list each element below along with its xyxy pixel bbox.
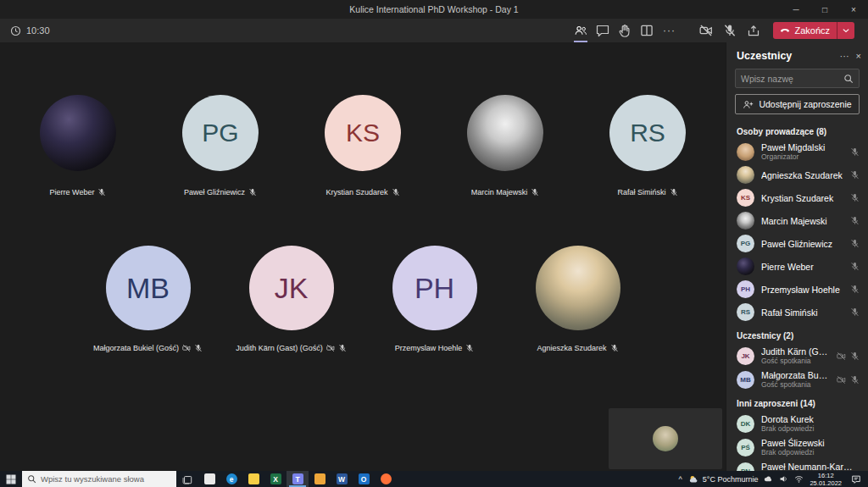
participant-avatar <box>467 95 543 171</box>
chat-button[interactable] <box>592 19 614 42</box>
edge-browser-icon[interactable]: e <box>220 471 242 487</box>
participant-name: Paweł Ślizewski <box>761 438 853 448</box>
start-button[interactable] <box>0 471 22 487</box>
self-view-tile[interactable] <box>609 408 722 469</box>
maximize-button[interactable]: □ <box>810 0 839 19</box>
participant-name: Agnieszka Szudarek <box>761 170 843 180</box>
participant-list-item[interactable]: KSKrystian Szudarek <box>726 186 868 209</box>
participant-tile[interactable]: JKJudith Kärn (Gast) (Gość) <box>220 246 363 352</box>
participant-name: Rafał Simiński <box>617 188 665 196</box>
close-button[interactable]: × <box>839 0 868 19</box>
participant-avatar: KS <box>325 95 401 171</box>
mic-off-icon <box>850 307 860 317</box>
participant-name-row: Pierre Weber <box>50 188 107 196</box>
volume-icon[interactable] <box>779 474 788 484</box>
meeting-stage: Pierre WeberPGPaweł GliźniewiczKSKrystia… <box>0 42 726 471</box>
participant-list-item[interactable]: RSRafał Simiński <box>726 301 868 324</box>
weather-text: 5°C Pochmurnie <box>703 475 759 484</box>
participant-subtitle: Organizator <box>761 152 843 161</box>
breakout-rooms-button[interactable] <box>636 19 658 42</box>
outlook-icon[interactable]: O <box>353 471 375 487</box>
action-center-icon[interactable] <box>848 474 865 484</box>
task-view-button[interactable] <box>176 471 198 487</box>
folder-icon[interactable] <box>309 471 331 487</box>
participant-status-icons <box>850 262 860 271</box>
mic-off-icon <box>338 344 347 352</box>
mic-off-icon <box>850 147 860 157</box>
participant-tile[interactable]: PHPrzemyslaw Hoehle <box>363 246 506 352</box>
participants-search[interactable] <box>735 69 860 88</box>
panel-close-icon[interactable]: × <box>856 52 861 61</box>
participant-avatar: MB <box>106 246 191 330</box>
participant-list-item[interactable]: PNPaweł Neumann-KarpińskiBrak odpowiedzi <box>726 459 868 471</box>
participant-list-item[interactable]: MBMałgorzata Bukiel (Gość)Gość spotkania <box>726 368 868 391</box>
mic-off-icon <box>850 216 860 225</box>
participant-tile[interactable]: Pierre Weber <box>7 95 149 196</box>
participant-info: Paweł Neumann-KarpińskiBrak odpowiedzi <box>761 462 853 471</box>
av-controls-group: Zakończ <box>695 19 854 42</box>
share-invitation-button[interactable]: Udostępnij zaproszenie <box>735 94 860 114</box>
share-invite-icon <box>743 100 754 109</box>
participant-info: Paweł MigdalskiOrganizator <box>761 142 843 161</box>
participant-avatar: JK <box>737 347 754 365</box>
minimize-button[interactable]: ─ <box>782 0 810 19</box>
mail-app-icon[interactable] <box>198 471 220 487</box>
participant-status-icons <box>837 375 860 385</box>
participant-list-item[interactable]: JKJudith Kärn (Gast) (Gość)Gość spotkani… <box>726 344 868 368</box>
participant-tile[interactable]: PGPaweł Gliźniewicz <box>149 95 292 196</box>
leave-options-chevron-icon[interactable] <box>837 22 854 39</box>
mic-off-icon <box>531 188 539 196</box>
participant-avatar: DK <box>737 415 754 433</box>
participant-list-item[interactable]: PŚPaweł ŚlizewskiBrak odpowiedzi <box>726 435 868 459</box>
participant-avatar: PN <box>737 462 754 472</box>
participant-list-item[interactable]: Marcin Majewski <box>726 209 868 232</box>
participant-list-item[interactable]: PHPrzemysław Hoehle <box>726 278 868 301</box>
meeting-timer-text: 10:30 <box>26 25 50 36</box>
mic-off-button[interactable] <box>719 19 741 42</box>
participant-name: Judith Kärn (Gast) (Gość) <box>236 344 323 352</box>
participant-list-item[interactable]: Pierre Weber <box>726 255 868 278</box>
participant-name: Krystian Szudarek <box>761 193 843 203</box>
participant-info: Pierre Weber <box>761 262 843 272</box>
taskbar-search-input[interactable] <box>41 474 171 484</box>
excel-icon[interactable]: X <box>264 471 287 487</box>
participant-status-icons <box>850 307 860 317</box>
taskbar-search[interactable] <box>22 471 176 487</box>
participant-name: Judith Kärn (Gast) (Gość) <box>761 346 830 357</box>
participant-list-item[interactable]: Paweł MigdalskiOrganizator <box>726 140 868 163</box>
firefox-browser-icon[interactable] <box>375 471 397 487</box>
panel-more-options-icon[interactable]: ··· <box>840 52 849 61</box>
participant-avatar: RS <box>609 95 686 171</box>
leave-button[interactable]: Zakończ <box>773 22 854 39</box>
word-icon[interactable]: W <box>331 471 353 487</box>
taskbar-clock[interactable]: 16:12 25.01.2022 <box>810 472 842 487</box>
weather-widget[interactable]: 5°C Pochmurnie <box>688 474 759 484</box>
participant-grid-row: MBMałgorzata Bukiel (Gość)JKJudith Kärn … <box>76 246 649 352</box>
participants-button[interactable] <box>570 19 592 42</box>
onedrive-icon[interactable] <box>764 474 773 484</box>
participant-tile[interactable]: MBMałgorzata Bukiel (Gość) <box>76 246 220 352</box>
camera-off-button[interactable] <box>695 19 717 42</box>
participant-tile[interactable]: RSRafał Simiński <box>576 95 719 196</box>
file-explorer-icon[interactable] <box>242 471 264 487</box>
self-view-avatar <box>653 426 678 451</box>
participant-list-item[interactable]: DKDorota KurekBrak odpowiedzi <box>726 412 868 435</box>
participant-tile[interactable]: KSKrystian Szudarek <box>292 95 434 196</box>
participant-list-item[interactable]: Agnieszka Szudarek <box>726 163 868 186</box>
share-screen-button[interactable] <box>743 19 765 42</box>
participant-tile[interactable]: Agnieszka Szudarek <box>506 246 649 352</box>
participant-tile[interactable]: Marcin Majewski <box>434 95 576 196</box>
more-actions-button[interactable]: ··· <box>658 19 680 42</box>
hidden-icons-chevron[interactable]: ^ <box>679 475 682 484</box>
raise-hand-button[interactable] <box>614 19 636 42</box>
mic-off-icon <box>392 188 400 196</box>
network-icon[interactable] <box>794 474 804 484</box>
participant-list-item[interactable]: PGPaweł Gliźniewicz <box>726 232 868 255</box>
participant-avatar: MB <box>737 371 754 389</box>
participants-search-input[interactable] <box>741 74 843 84</box>
participant-name-row: Agnieszka Szudarek <box>537 344 618 352</box>
teams-icon[interactable]: T <box>287 471 309 487</box>
participant-name: Dorota Kurek <box>761 414 853 424</box>
participants-panel: Uczestnicy ··· × Udostępnij zaproszenie … <box>726 42 868 471</box>
participant-name: Małgorzata Bukiel (Gość) <box>93 344 179 352</box>
